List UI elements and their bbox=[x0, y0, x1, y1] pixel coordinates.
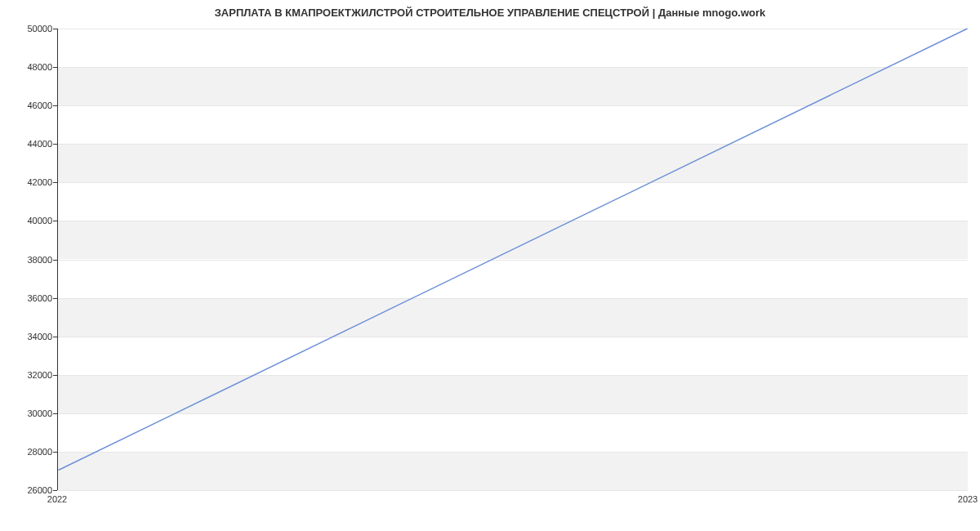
plot-area bbox=[57, 29, 968, 490]
y-tick-label: 42000 bbox=[3, 177, 52, 187]
grid-line bbox=[58, 490, 968, 491]
y-tick-label: 26000 bbox=[3, 485, 52, 495]
chart-title: ЗАРПЛАТА В КМАПРОЕКТЖИЛСТРОЙ СТРОИТЕЛЬНО… bbox=[0, 7, 980, 19]
series-line bbox=[58, 29, 967, 471]
y-tick-mark bbox=[53, 490, 57, 491]
x-tick-label: 2023 bbox=[958, 494, 978, 504]
y-tick-label: 34000 bbox=[3, 332, 52, 341]
y-tick-label: 38000 bbox=[3, 255, 52, 265]
y-tick-label: 50000 bbox=[3, 24, 52, 33]
y-tick-label: 28000 bbox=[3, 447, 52, 457]
y-tick-label: 36000 bbox=[3, 293, 52, 303]
line-layer bbox=[58, 29, 968, 489]
y-tick-label: 30000 bbox=[3, 408, 52, 418]
chart-container: ЗАРПЛАТА В КМАПРОЕКТЖИЛСТРОЙ СТРОИТЕЛЬНО… bbox=[0, 0, 980, 531]
y-tick-label: 40000 bbox=[3, 216, 52, 225]
y-tick-label: 46000 bbox=[3, 100, 52, 110]
y-tick-label: 44000 bbox=[3, 139, 52, 149]
y-tick-label: 48000 bbox=[3, 62, 52, 72]
x-tick-label: 2022 bbox=[47, 494, 67, 504]
y-tick-label: 32000 bbox=[3, 370, 52, 380]
